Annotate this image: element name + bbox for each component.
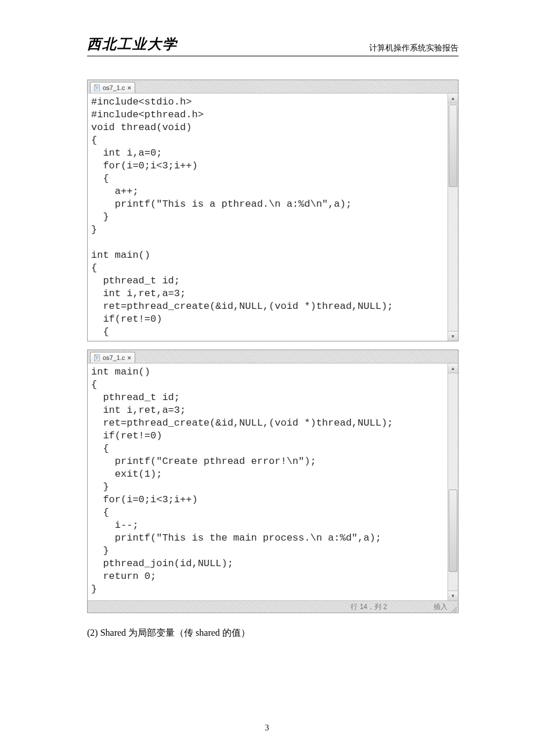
status-bar: 行 14，列 2 插入 (88, 600, 458, 613)
university-name: 西北工业大学 (87, 35, 178, 53)
page-number: 3 (0, 723, 534, 733)
close-icon[interactable]: × (128, 85, 131, 91)
document-icon (94, 354, 100, 362)
insert-mode: 插入 (434, 602, 448, 612)
document-page: 西北工业大学 计算机操作系统实验报告 os7_1.c × #include<st… (0, 0, 534, 756)
scroll-down-icon[interactable]: ▾ (448, 331, 458, 341)
scroll-thumb[interactable] (449, 105, 457, 187)
close-icon[interactable]: × (128, 355, 131, 361)
scroll-track[interactable] (448, 373, 458, 591)
tab-filename: os7_1.c (103, 84, 125, 91)
resize-grip-icon[interactable] (450, 605, 457, 612)
scroll-thumb[interactable] (449, 489, 457, 572)
tab-strip: os7_1.c × (88, 350, 458, 363)
paragraph-text: (2) Shared 为局部变量（传 shared 的值） (87, 627, 459, 639)
scroll-up-icon[interactable]: ▴ (448, 93, 458, 103)
tab-strip: os7_1.c × (88, 80, 458, 93)
document-icon (94, 84, 100, 92)
scroll-track[interactable] (448, 103, 458, 331)
code-area[interactable]: int main() { pthread_t id; int i,ret,a=3… (88, 363, 448, 600)
file-tab[interactable]: os7_1.c × (90, 352, 135, 363)
code-editor-2: os7_1.c × int main() { pthread_t id; int… (87, 350, 459, 613)
code-editor-1: os7_1.c × #include<stdio.h> #include<pth… (87, 80, 459, 341)
cursor-position: 行 14，列 2 (351, 602, 387, 612)
tab-filename: os7_1.c (103, 354, 125, 361)
scroll-down-icon[interactable]: ▾ (448, 591, 458, 600)
vertical-scrollbar[interactable]: ▴ ▾ (448, 363, 458, 600)
vertical-scrollbar[interactable]: ▴ ▾ (448, 93, 458, 341)
file-tab[interactable]: os7_1.c × (90, 82, 135, 93)
editor-body: int main() { pthread_t id; int i,ret,a=3… (88, 363, 458, 600)
code-area[interactable]: #include<stdio.h> #include<pthread.h> vo… (88, 93, 448, 341)
scroll-up-icon[interactable]: ▴ (448, 363, 458, 373)
page-header: 西北工业大学 计算机操作系统实验报告 (87, 35, 459, 56)
report-title: 计算机操作系统实验报告 (369, 43, 459, 53)
editor-body: #include<stdio.h> #include<pthread.h> vo… (88, 93, 458, 341)
